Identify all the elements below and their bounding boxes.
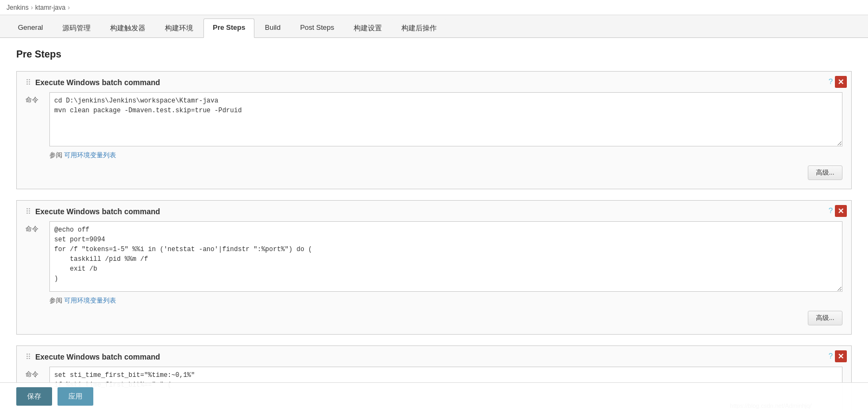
breadcrumb-sep-1: › bbox=[31, 4, 33, 11]
block-1-label: 命令 bbox=[25, 92, 43, 105]
block-2-header: ⠿ Execute Windows batch command bbox=[25, 207, 843, 216]
tab-postbuild[interactable]: 构建后操作 bbox=[392, 18, 446, 37]
save-button[interactable]: 保存 bbox=[16, 387, 52, 406]
close-block-3-button[interactable]: ✕ bbox=[835, 350, 847, 362]
breadcrumb-sep-2: › bbox=[68, 4, 70, 11]
main-wrapper: General 源码管理 构建触发器 构建环境 Pre Steps Build … bbox=[0, 15, 868, 410]
block-1-command-row: 命令 bbox=[25, 92, 843, 146]
drag-handle-2[interactable]: ⠿ bbox=[25, 207, 31, 216]
breadcrumb-jenkins[interactable]: Jenkins bbox=[7, 4, 29, 11]
tab-source[interactable]: 源码管理 bbox=[53, 18, 100, 37]
block-1-refer-text: 参阅 bbox=[49, 151, 62, 159]
bottom-bar: 保存 应用 bbox=[0, 382, 868, 410]
block-1-header: ⠿ Execute Windows batch command bbox=[25, 78, 843, 87]
help-block-2-icon[interactable]: ? bbox=[828, 206, 833, 215]
close-block-1-button[interactable]: ✕ bbox=[835, 76, 847, 88]
block-2-refer-link[interactable]: 可用环境变量列表 bbox=[64, 297, 116, 304]
block-2-advanced-row: 高级... bbox=[25, 311, 843, 325]
page-title: Pre Steps bbox=[16, 49, 852, 60]
block-1-refer: 参阅 可用环境变量列表 bbox=[25, 151, 843, 160]
drag-handle-1[interactable]: ⠿ bbox=[25, 78, 31, 87]
execute-block-2: ✕ ? ⠿ Execute Windows batch command 命令 参… bbox=[16, 200, 852, 335]
tab-bar: General 源码管理 构建触发器 构建环境 Pre Steps Build … bbox=[0, 15, 868, 38]
block-3-header: ⠿ Execute Windows batch command bbox=[25, 353, 843, 361]
block-3-label: 命令 bbox=[25, 367, 43, 379]
tab-settings[interactable]: 构建设置 bbox=[344, 18, 391, 37]
page-content: Pre Steps ✕ ? ⠿ Execute Windows batch co… bbox=[0, 38, 868, 410]
block-2-textarea[interactable] bbox=[49, 221, 843, 292]
block-1-advanced-button[interactable]: 高级... bbox=[808, 165, 843, 180]
block-2-advanced-button[interactable]: 高级... bbox=[808, 311, 843, 325]
block-3-title: Execute Windows batch command bbox=[35, 353, 843, 361]
block-1-title: Execute Windows batch command bbox=[35, 78, 843, 87]
block-2-refer: 参阅 可用环境变量列表 bbox=[25, 296, 843, 305]
close-block-2-button[interactable]: ✕ bbox=[835, 205, 847, 217]
breadcrumb: Jenkins › ktamr-java › bbox=[0, 0, 868, 15]
block-1-refer-link[interactable]: 可用环境变量列表 bbox=[64, 151, 116, 159]
block-2-label: 命令 bbox=[25, 221, 43, 234]
help-block-1-icon[interactable]: ? bbox=[828, 77, 833, 86]
help-block-3-icon[interactable]: ? bbox=[828, 351, 833, 360]
tab-general[interactable]: General bbox=[9, 18, 52, 37]
tab-poststeps[interactable]: Post Steps bbox=[291, 18, 343, 37]
breadcrumb-ktamr[interactable]: ktamr-java bbox=[35, 4, 66, 11]
apply-button[interactable]: 应用 bbox=[58, 387, 93, 406]
block-2-title: Execute Windows batch command bbox=[35, 207, 843, 216]
tab-presteps[interactable]: Pre Steps bbox=[203, 18, 254, 38]
block-1-advanced-row: 高级... bbox=[25, 165, 843, 180]
tab-build[interactable]: Build bbox=[256, 18, 290, 37]
tab-env[interactable]: 构建环境 bbox=[156, 18, 202, 37]
block-2-refer-text: 参阅 bbox=[49, 297, 62, 304]
tab-trigger[interactable]: 构建触发器 bbox=[101, 18, 155, 37]
execute-block-1: ✕ ? ⠿ Execute Windows batch command 命令 参… bbox=[16, 71, 852, 189]
block-2-command-row: 命令 bbox=[25, 221, 843, 292]
drag-handle-3[interactable]: ⠿ bbox=[25, 353, 31, 361]
block-1-textarea[interactable] bbox=[49, 92, 843, 146]
